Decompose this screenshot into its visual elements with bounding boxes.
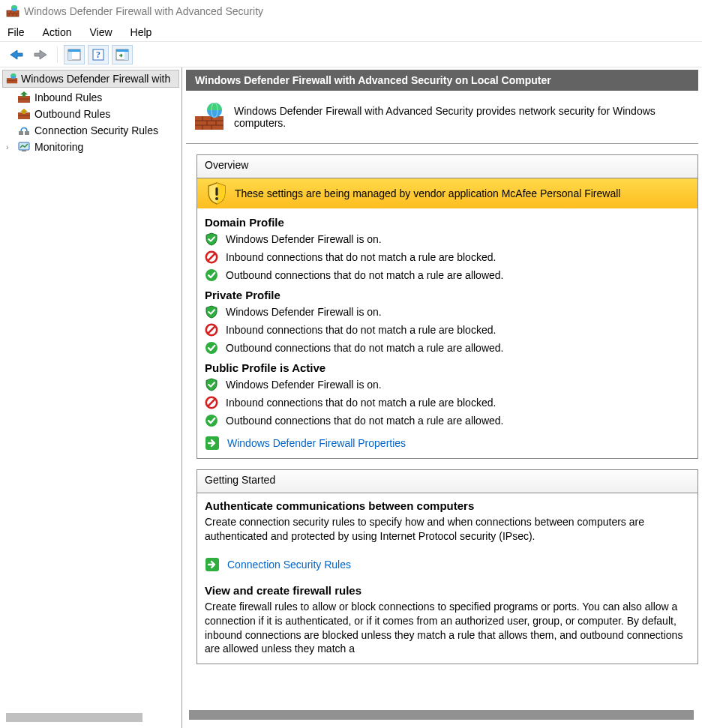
shield-on-icon bbox=[205, 232, 218, 246]
block-icon bbox=[205, 250, 218, 264]
tree-item-label: Outbound Rules bbox=[34, 108, 110, 120]
status-text: Outbound connections that do not match a… bbox=[226, 415, 503, 427]
gs-section-heading: View and create firewall rules bbox=[197, 574, 698, 598]
content-horizontal-scrollbar[interactable] bbox=[189, 710, 694, 720]
svg-rect-20 bbox=[18, 96, 30, 103]
svg-rect-28 bbox=[195, 116, 224, 130]
menu-view[interactable]: View bbox=[80, 24, 121, 40]
status-line: Inbound connections that do not match a … bbox=[197, 248, 698, 266]
svg-rect-27 bbox=[22, 150, 26, 151]
tree-item-outbound-rules[interactable]: Outbound Rules bbox=[18, 106, 182, 122]
block-icon bbox=[205, 396, 218, 409]
status-line: Inbound connections that do not match a … bbox=[197, 394, 698, 412]
outbound-rules-icon bbox=[18, 108, 30, 120]
svg-rect-11 bbox=[68, 52, 72, 60]
help-icon: ? bbox=[92, 49, 105, 61]
toolbar: ? bbox=[0, 42, 702, 67]
navigation-pane: Windows Defender Firewall with Inbound R… bbox=[0, 67, 182, 728]
panel-right-icon bbox=[116, 49, 129, 61]
status-text: Windows Defender Firewall is on. bbox=[226, 233, 382, 245]
svg-point-40 bbox=[215, 197, 218, 200]
tree-item-label: Inbound Rules bbox=[34, 91, 102, 103]
tree-item-connection-security-rules[interactable]: Connection Security Rules bbox=[18, 122, 182, 139]
status-text: Inbound connections that do not match a … bbox=[226, 397, 496, 409]
menu-action[interactable]: Action bbox=[34, 24, 81, 40]
svg-point-43 bbox=[206, 269, 218, 281]
go-arrow-icon bbox=[205, 436, 220, 451]
warning-shield-icon bbox=[206, 182, 227, 205]
toolbar-separator bbox=[57, 46, 58, 63]
firewall-properties-link-row: Windows Defender Firewall Properties bbox=[197, 430, 698, 452]
svg-rect-10 bbox=[68, 49, 80, 52]
help-button[interactable]: ? bbox=[88, 45, 109, 64]
gs-section-text: Create connection security rules to spec… bbox=[197, 514, 698, 545]
expand-caret-icon[interactable]: › bbox=[6, 142, 9, 151]
gs-section-text: Create firewall rules to allow or block … bbox=[197, 598, 698, 658]
nav-forward-button[interactable] bbox=[30, 45, 51, 64]
svg-point-49 bbox=[206, 415, 218, 427]
allow-icon bbox=[205, 414, 218, 427]
status-line: Windows Defender Firewall is on. bbox=[197, 303, 698, 321]
show-hide-action-pane-button[interactable] bbox=[112, 45, 133, 64]
profile-title: Public Profile is Active bbox=[197, 357, 698, 376]
go-arrow-icon bbox=[205, 557, 220, 572]
svg-rect-25 bbox=[25, 131, 29, 135]
profile-title: Private Profile bbox=[197, 284, 698, 303]
getting-started-title: Getting Started bbox=[197, 470, 698, 493]
arrow-right-icon bbox=[32, 49, 49, 61]
status-text: Outbound connections that do not match a… bbox=[226, 342, 503, 354]
firewall-properties-link[interactable]: Windows Defender Firewall Properties bbox=[227, 437, 406, 449]
gs-section-heading: Authenticate communications between comp… bbox=[197, 493, 698, 514]
shield-on-icon bbox=[205, 305, 218, 319]
svg-rect-16 bbox=[124, 52, 128, 60]
menubar: File Action View Help bbox=[0, 22, 702, 42]
menu-help[interactable]: Help bbox=[122, 24, 161, 40]
connection-security-rules-link[interactable]: Connection Security Rules bbox=[227, 559, 351, 571]
tree-root[interactable]: Windows Defender Firewall with bbox=[2, 70, 179, 88]
shield-on-icon bbox=[205, 378, 218, 391]
allow-icon bbox=[205, 268, 218, 282]
status-line: Inbound connections that do not match a … bbox=[197, 321, 698, 339]
status-line: Outbound connections that do not match a… bbox=[197, 266, 698, 284]
vendor-warning-text: These settings are being managed by vend… bbox=[235, 187, 620, 199]
window-title: Windows Defender Firewall with Advanced … bbox=[24, 5, 263, 17]
svg-rect-24 bbox=[19, 131, 23, 135]
svg-line-42 bbox=[208, 253, 215, 261]
intro-band: Windows Defender Firewall with Advanced … bbox=[186, 91, 698, 144]
status-text: Windows Defender Firewall is on. bbox=[226, 379, 382, 391]
status-line: Windows Defender Firewall is on. bbox=[197, 376, 698, 394]
menu-file[interactable]: File bbox=[8, 24, 34, 40]
monitoring-icon bbox=[18, 141, 30, 153]
block-icon bbox=[205, 323, 218, 337]
svg-point-46 bbox=[206, 342, 218, 354]
app-window: Windows Defender Firewall with Advanced … bbox=[0, 0, 702, 728]
gs-link-row: Connection Security Rules bbox=[197, 545, 698, 574]
tree-item-label: Monitoring bbox=[34, 141, 83, 153]
overview-panel: Overview These settings are being manage… bbox=[196, 154, 698, 459]
app-icon bbox=[6, 4, 20, 18]
tree-horizontal-scrollbar[interactable] bbox=[6, 713, 142, 722]
arrow-left-icon bbox=[8, 49, 25, 61]
tree-children: Inbound Rules Outbound Rules Connection … bbox=[0, 88, 182, 155]
getting-started-panel: Getting Started Authenticate communicati… bbox=[196, 469, 698, 664]
firewall-globe-icon bbox=[194, 101, 225, 133]
titlebar: Windows Defender Firewall with Advanced … bbox=[0, 0, 702, 22]
nav-back-button[interactable] bbox=[6, 45, 27, 64]
allow-icon bbox=[205, 341, 218, 355]
content-body: Windows Defender Firewall with Advanced … bbox=[186, 91, 698, 724]
status-text: Outbound connections that do not match a… bbox=[226, 269, 503, 281]
inbound-rules-icon bbox=[18, 91, 30, 103]
status-line: Outbound connections that do not match a… bbox=[197, 339, 698, 357]
svg-text:?: ? bbox=[96, 49, 100, 60]
content-pane: Windows Defender Firewall with Advanced … bbox=[182, 67, 702, 728]
intro-text: Windows Defender Firewall with Advanced … bbox=[234, 105, 691, 129]
show-hide-tree-button[interactable] bbox=[64, 45, 85, 64]
tree-item-monitoring[interactable]: › Monitoring bbox=[18, 139, 182, 155]
profile-title: Domain Profile bbox=[197, 211, 698, 230]
panel-layout-icon bbox=[68, 49, 81, 61]
svg-rect-15 bbox=[116, 49, 128, 52]
status-line: Outbound connections that do not match a… bbox=[197, 412, 698, 430]
vendor-warning-banner: These settings are being managed by vend… bbox=[197, 178, 698, 208]
tree-root-label: Windows Defender Firewall with bbox=[21, 73, 170, 85]
tree-item-inbound-rules[interactable]: Inbound Rules bbox=[18, 89, 182, 106]
